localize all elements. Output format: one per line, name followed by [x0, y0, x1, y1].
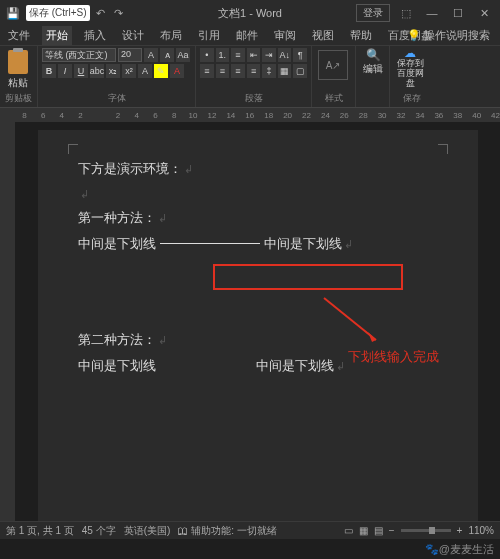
- clipboard-icon: [8, 50, 28, 74]
- grow-font-icon[interactable]: A: [144, 48, 158, 62]
- ribbon-tabs: 文件 开始 插入 设计 布局 引用 邮件 审阅 视图 帮助 百度网盘 💡 操作说…: [0, 26, 500, 46]
- watermark: 🐾@麦麦生活: [425, 542, 494, 557]
- tell-me-search[interactable]: 💡 操作说明搜索: [403, 26, 494, 45]
- align-right-icon[interactable]: ≡: [231, 64, 245, 78]
- ribbon-group-font: 等线 (西文正文) 20 A ᴀ Aa B I U abc x₂ x² A ✎ …: [38, 46, 196, 107]
- multilevel-icon[interactable]: ≡: [231, 48, 245, 62]
- status-word-count[interactable]: 45 个字: [82, 524, 116, 538]
- zoom-slider[interactable]: [401, 529, 451, 532]
- shrink-font-icon[interactable]: ᴀ: [160, 48, 174, 62]
- shading-icon[interactable]: ▦: [278, 64, 292, 78]
- borders-icon[interactable]: ▢: [293, 64, 307, 78]
- paragraph: ↲: [78, 186, 438, 201]
- redo-icon[interactable]: ↷: [112, 6, 126, 20]
- close-icon[interactable]: ✕: [474, 7, 494, 20]
- tab-insert[interactable]: 插入: [80, 26, 110, 45]
- underline-icon[interactable]: U: [74, 64, 88, 78]
- styles-gallery[interactable]: A↗: [318, 50, 348, 80]
- annotation-highlight-box: [213, 264, 403, 290]
- status-accessibility[interactable]: 🕮 辅助功能: 一切就绪: [178, 524, 276, 538]
- bullets-icon[interactable]: •: [200, 48, 214, 62]
- paragraph-underline-example: 中间是下划线中间是下划线↲: [78, 235, 438, 253]
- baidu-save-button[interactable]: ☁ 保存到 百度网盘: [394, 48, 426, 88]
- font-size-select[interactable]: 20: [118, 48, 142, 62]
- tab-mailings[interactable]: 邮件: [232, 26, 262, 45]
- ribbon-group-clipboard: 粘贴 剪贴板: [0, 46, 38, 107]
- maximize-icon[interactable]: ☐: [448, 7, 468, 20]
- line-spacing-icon[interactable]: ‡: [262, 64, 276, 78]
- find-icon: 🔍: [360, 48, 386, 62]
- status-bar: 第 1 页, 共 1 页 45 个字 英语(美国) 🕮 辅助功能: 一切就绪 ▭…: [0, 521, 500, 539]
- paragraph: 下方是演示环境：↲: [78, 160, 438, 178]
- titlebar: 💾 保存 (Ctrl+S) ↶ ↷ 文档1 - Word 登录 ⬚ — ☐ ✕: [0, 0, 500, 26]
- tab-references[interactable]: 引用: [194, 26, 224, 45]
- undo-icon[interactable]: ↶: [94, 6, 108, 20]
- zoom-in-icon[interactable]: +: [457, 525, 463, 536]
- change-case-icon[interactable]: Aa: [176, 48, 190, 62]
- view-read-icon[interactable]: ▭: [344, 525, 353, 536]
- italic-icon[interactable]: I: [58, 64, 72, 78]
- find-button[interactable]: 🔍 编辑: [360, 48, 386, 76]
- tab-layout[interactable]: 布局: [156, 26, 186, 45]
- login-button[interactable]: 登录: [356, 4, 390, 22]
- subscript-icon[interactable]: x₂: [106, 64, 120, 78]
- align-left-icon[interactable]: ≡: [200, 64, 214, 78]
- horizontal-ruler[interactable]: 8642246810121416182022242628303234363840…: [0, 108, 500, 122]
- tab-file[interactable]: 文件: [4, 26, 34, 45]
- status-page[interactable]: 第 1 页, 共 1 页: [6, 524, 74, 538]
- ribbon-group-paragraph: • 1. ≡ ⇤ ⇥ A↓ ¶ ≡ ≡ ≡ ≡ ‡ ▦ ▢ 段落: [196, 46, 312, 107]
- save-icon[interactable]: 💾: [6, 6, 20, 20]
- view-web-icon[interactable]: ▤: [374, 525, 383, 536]
- tab-view[interactable]: 视图: [308, 26, 338, 45]
- vertical-ruler[interactable]: [0, 122, 15, 536]
- annotation-arrow: [316, 294, 386, 344]
- increase-indent-icon[interactable]: ⇥: [262, 48, 276, 62]
- document-page[interactable]: 下方是演示环境：↲ ↲ 第一种方法：↲ 中间是下划线中间是下划线↲ 下划线输入完…: [38, 130, 478, 530]
- document-area: 下方是演示环境：↲ ↲ 第一种方法：↲ 中间是下划线中间是下划线↲ 下划线输入完…: [0, 122, 500, 536]
- tab-design[interactable]: 设计: [118, 26, 148, 45]
- show-marks-icon[interactable]: ¶: [293, 48, 307, 62]
- svg-marker-1: [368, 332, 376, 342]
- save-tooltip: 保存 (Ctrl+S): [26, 5, 90, 21]
- ribbon-group-styles: A↗ 样式: [312, 46, 356, 107]
- window-title: 文档1 - Word: [218, 6, 282, 21]
- zoom-out-icon[interactable]: −: [389, 525, 395, 536]
- strikethrough-icon[interactable]: abc: [90, 64, 104, 78]
- annotation-text: 下划线输入完成: [348, 348, 439, 366]
- zoom-level[interactable]: 110%: [468, 525, 494, 536]
- svg-line-0: [324, 298, 376, 340]
- highlight-icon[interactable]: ✎: [154, 64, 168, 78]
- text-effects-icon[interactable]: A: [138, 64, 152, 78]
- justify-icon[interactable]: ≡: [247, 64, 261, 78]
- tab-review[interactable]: 审阅: [270, 26, 300, 45]
- view-print-icon[interactable]: ▦: [359, 525, 368, 536]
- paw-icon: 🐾: [425, 543, 439, 555]
- align-center-icon[interactable]: ≡: [216, 64, 230, 78]
- status-language[interactable]: 英语(美国): [124, 524, 171, 538]
- font-color-icon[interactable]: A: [170, 64, 184, 78]
- minimize-icon[interactable]: —: [422, 7, 442, 19]
- bold-icon[interactable]: B: [42, 64, 56, 78]
- sort-icon[interactable]: A↓: [278, 48, 292, 62]
- margin-corner: [68, 144, 78, 154]
- margin-corner: [438, 144, 448, 154]
- paste-button[interactable]: 粘贴: [4, 48, 32, 90]
- font-name-select[interactable]: 等线 (西文正文): [42, 48, 116, 62]
- ribbon-group-baidu: ☁ 保存到 百度网盘 保存: [390, 46, 434, 107]
- superscript-icon[interactable]: x²: [122, 64, 136, 78]
- ribbon-options-icon[interactable]: ⬚: [396, 7, 416, 20]
- para-mark-icon: ↲: [184, 163, 193, 175]
- numbering-icon[interactable]: 1.: [216, 48, 230, 62]
- tab-help[interactable]: 帮助: [346, 26, 376, 45]
- cloud-icon: ☁: [394, 48, 426, 58]
- tab-home[interactable]: 开始: [42, 26, 72, 45]
- quick-access-toolbar: 💾 保存 (Ctrl+S) ↶ ↷: [0, 5, 132, 21]
- ribbon-group-editing: 🔍 编辑: [356, 46, 390, 107]
- paragraph: 第一种方法：↲: [78, 209, 438, 227]
- decrease-indent-icon[interactable]: ⇤: [247, 48, 261, 62]
- ribbon: 粘贴 剪贴板 等线 (西文正文) 20 A ᴀ Aa B I U abc x₂ …: [0, 46, 500, 108]
